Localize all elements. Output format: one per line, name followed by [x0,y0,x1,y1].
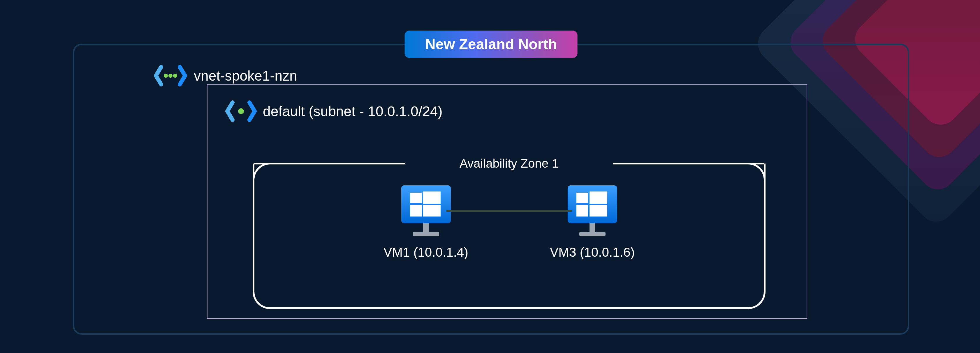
svg-rect-13 [590,223,595,232]
svg-point-2 [173,74,177,78]
vm-group: VM1 (10.0.1.4) [383,181,635,260]
subnet-icon [225,100,257,123]
svg-rect-10 [410,205,422,217]
vm-link [446,210,572,212]
svg-rect-14 [579,232,606,236]
vm-icon [563,181,622,241]
svg-rect-16 [590,192,607,204]
vm-label: VM3 (10.0.1.6) [550,245,635,260]
svg-rect-11 [423,205,440,217]
svg-rect-6 [423,223,429,232]
svg-rect-12 [568,185,617,223]
svg-rect-7 [413,232,439,236]
svg-rect-17 [576,205,588,217]
subnet-header: default (subnet - 10.0.1.0/24) [225,100,442,123]
region-badge: New Zealand North [405,30,578,58]
availability-zone: Availability Zone 1 [253,163,765,309]
vnet-icon [153,64,188,87]
vnet-name: vnet-spoke1-nzn [194,68,297,84]
svg-point-3 [238,108,244,114]
availability-zone-label: Availability Zone 1 [451,157,567,171]
vm-item: VM3 (10.0.1.6) [550,181,635,260]
region-container: New Zealand North vnet-spoke1-nzn de [73,44,909,335]
subnet-label: default (subnet - 10.0.1.0/24) [263,103,442,119]
region-name: New Zealand North [425,36,557,52]
svg-rect-18 [590,205,607,217]
vnet-container: default (subnet - 10.0.1.0/24) Availabil… [207,84,807,319]
svg-rect-15 [576,193,588,203]
vm-item: VM1 (10.0.1.4) [383,181,468,260]
svg-point-1 [169,74,172,78]
vnet-header: vnet-spoke1-nzn [153,64,297,87]
svg-rect-9 [423,192,440,204]
svg-rect-5 [401,185,450,223]
svg-point-0 [164,74,168,78]
vm-label: VM1 (10.0.1.4) [383,245,468,260]
svg-rect-8 [410,193,422,203]
